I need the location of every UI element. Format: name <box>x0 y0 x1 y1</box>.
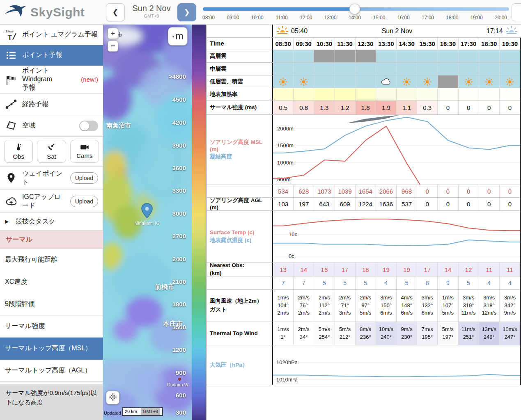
chart-soaring: 2000m1500m1000m500m <box>273 115 520 185</box>
locate-button[interactable] <box>106 391 119 404</box>
panel-edge-button[interactable] <box>512 3 521 21</box>
forecast-cell: 0 <box>459 198 479 210</box>
chevron-down-icon: ▾ <box>172 34 174 39</box>
forecast-cell: 11:30 <box>335 38 356 50</box>
forecast-cell: 2066 <box>376 185 397 197</box>
forecast-cell: 13:30 <box>376 38 397 50</box>
svg-text:2000m: 2000m <box>277 126 294 132</box>
forecast-cell: 7m/s195° <box>417 322 438 345</box>
sidebar-item-thermal-top-msl[interactable]: サーマルトップ高度（MSL） <box>0 338 103 360</box>
forecast-cell: 5m/s254° <box>314 322 335 345</box>
forecast-cell: 11 <box>500 263 520 276</box>
cams-button[interactable]: Cams <box>70 140 99 163</box>
forecast-cell: 628 <box>294 185 314 197</box>
forecast-row-heating: 地表加熱率 <box>207 88 520 101</box>
forecast-cell <box>294 50 314 62</box>
forecast-cell <box>500 88 520 100</box>
sidebar-item-igc-upload[interactable]: IGCアップロード Upload <box>0 190 103 213</box>
forecast-row-msl_values: 534628107310391654206696800000 <box>207 185 520 198</box>
forecast-row-mid_cloud: 中層雲 <box>207 63 520 75</box>
forecast-cell <box>356 63 376 75</box>
unit-selector-button[interactable]: ▾ m <box>168 27 188 46</box>
forecast-cell <box>273 50 294 62</box>
slider-tick: 16:00 <box>397 15 410 21</box>
slider-tick: 17:00 <box>422 15 434 21</box>
dodaira-marker[interactable] <box>178 378 181 381</box>
waypoint-upload-button[interactable]: Upload <box>70 172 98 184</box>
forecast-cell <box>314 88 335 100</box>
forecast-cell: 15:30 <box>417 38 438 50</box>
forecast-rows: Time08:3009:3010:3011:3012:3013:3014:301… <box>207 38 521 385</box>
forecast-header-row: 05:40 Sun 2 Nov 17:14 <box>207 25 521 38</box>
zoom-out-button[interactable]: − <box>108 41 118 52</box>
forecast-cell: 1224 <box>356 198 376 210</box>
map[interactable]: 市 南魚沼市 Minakami IG 前橋市 本庄市 Dodaira W + −… <box>103 25 192 420</box>
sidebar-item-thermal-top-agl[interactable]: サーマルトップ高度（AGL） <box>0 360 103 382</box>
sidebar-item-star-rating[interactable]: 5段階評価 <box>0 293 103 315</box>
forecast-cell <box>273 75 294 88</box>
forecast-cell <box>335 88 356 100</box>
forecast-cell: 17 <box>417 263 438 276</box>
forecast-cell: 3m/s150°6m/s <box>376 290 397 322</box>
forecast-cell <box>417 75 438 88</box>
forecast-cell: 5 <box>335 276 356 289</box>
sidebar-item-waypoint[interactable]: ウェイポイント Upload <box>0 167 103 190</box>
airspace-toggle[interactable] <box>79 121 98 131</box>
sidebar-item-thermal-strength[interactable]: サーマル強度 <box>0 315 103 338</box>
sidebar-item-emagram[interactable]: SkewT ポイント エマグラム予報 <box>0 25 103 45</box>
prev-day-button[interactable]: ❮ <box>106 3 125 21</box>
slider-tick: 09:00 <box>227 15 239 21</box>
forecast-cell: 0 <box>500 198 520 210</box>
forecast-cell <box>438 50 458 62</box>
sidebar-item-max-distance[interactable]: 最大飛行可能距離 <box>0 249 103 271</box>
forecast-cell: 0 <box>438 198 458 210</box>
sidebar-item-windgram[interactable]: ポイント Windgram 予報 (new!) <box>0 66 103 94</box>
forecast-cell <box>479 75 500 88</box>
svg-text:0c: 0c <box>289 253 294 259</box>
time-slider-handle[interactable] <box>349 4 360 14</box>
zoom-in-button[interactable]: + <box>108 28 118 39</box>
sidebar-item-point-forecast[interactable]: ポイント予報 <box>0 45 103 66</box>
forecast-cell <box>479 88 500 100</box>
windsock-icon <box>5 73 17 86</box>
forecast-cell: 4 <box>500 276 520 289</box>
airspace-icon <box>5 120 17 132</box>
app: SkySight ❮ Sun 2 Nov GMT+9 ❯ 08:0009:001… <box>0 0 521 420</box>
svg-text:T: T <box>8 34 12 41</box>
forecast-cell: 1.8 <box>356 101 376 114</box>
chart-area-pressure: 1020hPa1010hPa <box>273 345 520 385</box>
forecast-cell: 5 <box>356 276 376 289</box>
forecast-cell: 4 <box>376 276 397 289</box>
thermometer-icon <box>15 143 22 152</box>
sidebar-item-xc-speed[interactable]: XC速度 <box>0 271 103 293</box>
forecast-cell <box>438 88 458 100</box>
forecast-cell: 1.2 <box>335 101 356 114</box>
svg-text:1500m: 1500m <box>277 142 294 148</box>
sidebar-item-competition-task[interactable]: ▶ 競技会タスク <box>0 213 103 231</box>
igc-upload-button[interactable]: Upload <box>70 196 98 207</box>
forecast-row-obs_blue: 775554589544 <box>207 276 520 290</box>
forecast-cell: 5 <box>314 276 335 289</box>
sidebar-item-route-forecast[interactable]: 経路予報 <box>0 94 103 115</box>
updated-time-chip: GMT+9 <box>141 408 160 415</box>
forecast-cell: 16 <box>314 263 335 276</box>
forecast-cell: 4m/s148°6m/s <box>397 290 417 322</box>
next-day-button[interactable]: ❯ <box>177 3 196 21</box>
forecast-cell: 17:30 <box>459 38 479 50</box>
sat-button[interactable]: Sat <box>37 140 66 163</box>
forecast-cell: 13m/s248° <box>479 322 500 345</box>
forecast-cell: 1073 <box>314 185 335 197</box>
forecast-cell <box>376 50 397 62</box>
slider-tick: 14:00 <box>349 15 361 21</box>
sidebar-item-airspace[interactable]: 空域 <box>0 115 103 137</box>
logo[interactable]: SkySight <box>4 3 85 21</box>
forecast-cell <box>376 75 397 88</box>
forecast-cell: 8 <box>417 276 438 289</box>
forecast-row-high_cloud: 高層雲 <box>207 50 520 63</box>
forecast-cell: 19 <box>397 263 417 276</box>
chart-temp: 10c0c <box>273 211 520 262</box>
camera-icon <box>80 144 89 151</box>
forecast-cell: 5m/s212° <box>335 322 356 345</box>
obs-button[interactable]: Obs <box>4 140 33 163</box>
forecast-cell <box>500 75 520 88</box>
